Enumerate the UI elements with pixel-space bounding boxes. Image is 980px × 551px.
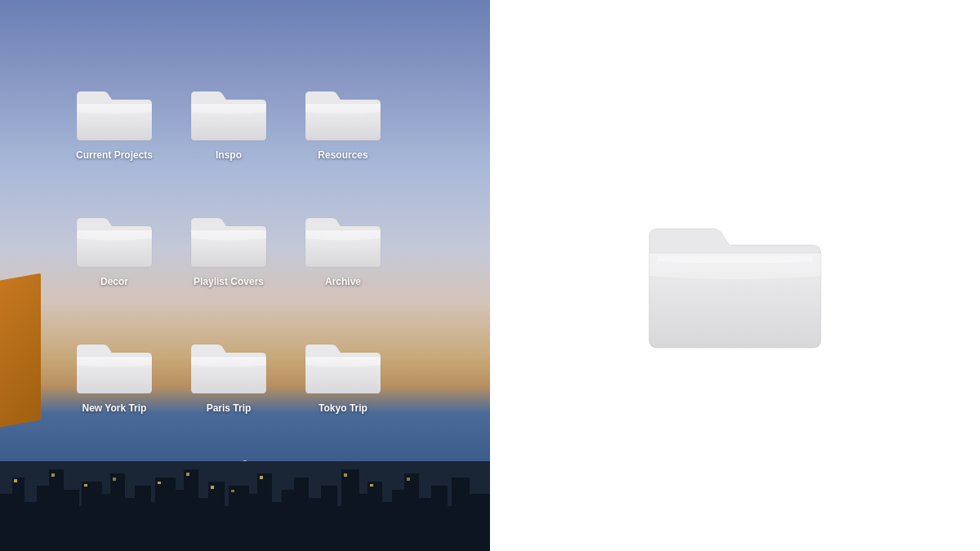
svg-rect-43 [113, 478, 116, 481]
folder-icon-new-york-trip [74, 331, 155, 396]
folder-icon-tokyo-trip [302, 331, 384, 396]
folder-label-new-york-trip: New York Trip [82, 402, 147, 415]
folder-item-tokyo-trip[interactable]: Tokyo Trip [290, 331, 396, 457]
svg-rect-42 [84, 484, 87, 487]
folder-icon-paris-trip [188, 331, 270, 396]
folder-label-current-projects: Current Projects [76, 149, 153, 162]
svg-rect-50 [370, 484, 373, 487]
svg-rect-47 [231, 490, 234, 492]
folder-item-decor[interactable]: Decor [61, 204, 167, 331]
svg-rect-40 [14, 479, 17, 482]
svg-rect-39 [466, 494, 490, 551]
folder-label-resources: Resources [318, 149, 368, 162]
folder-label-inspo: Inspo [216, 149, 242, 162]
folder-item-paris-trip[interactable]: Paris Trip [176, 331, 282, 457]
folder-label-decor: Decor [100, 276, 128, 289]
folder-label-archive: Archive [325, 276, 361, 289]
cityscape-silhouette [0, 461, 490, 551]
folder-item-resources[interactable]: Resources [290, 78, 396, 204]
folder-item-inspo[interactable]: Inspo [176, 78, 282, 204]
svg-rect-49 [344, 473, 347, 477]
large-folder-icon [641, 194, 829, 358]
folder-icon-current-projects [74, 78, 155, 143]
svg-rect-48 [260, 476, 263, 479]
svg-rect-46 [211, 486, 214, 489]
folder-icon-inspo [188, 78, 270, 143]
folder-item-current-projects[interactable]: Current Projects [61, 78, 167, 204]
folder-item-playlist-covers[interactable]: Playlist Covers [176, 204, 282, 331]
folder-label-tokyo-trip: Tokyo Trip [318, 402, 368, 415]
folder-label-paris-trip: Paris Trip [207, 402, 252, 415]
svg-rect-41 [51, 473, 55, 477]
folder-icon-playlist-covers [188, 204, 270, 269]
svg-rect-44 [158, 482, 161, 484]
awning-decoration [0, 273, 41, 429]
left-panel: Current Projects Inspo [0, 0, 490, 551]
folder-label-playlist-covers: Playlist Covers [194, 276, 264, 289]
svg-rect-51 [407, 478, 410, 481]
svg-rect-45 [186, 473, 189, 476]
folder-icon-archive [302, 204, 384, 269]
folder-icon-resources [302, 78, 384, 143]
right-panel [490, 0, 980, 551]
folder-icon-decor [74, 204, 155, 269]
folder-item-archive[interactable]: Archive [290, 204, 396, 331]
folder-grid: Current Projects Inspo [61, 78, 396, 457]
folder-item-new-york-trip[interactable]: New York Trip [61, 331, 167, 457]
